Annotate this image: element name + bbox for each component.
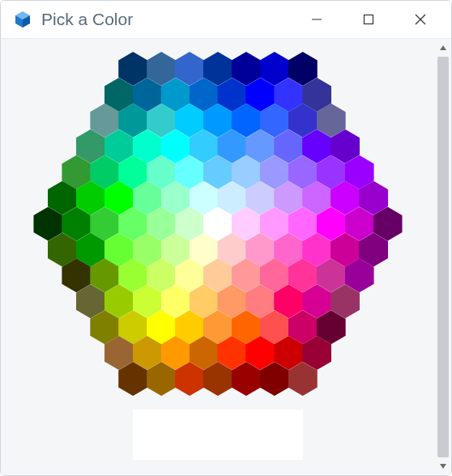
- scroll-up-arrow[interactable]: [435, 40, 451, 55]
- close-button[interactable]: [394, 1, 446, 38]
- scroll-down-arrow[interactable]: [435, 459, 451, 474]
- selected-color-preview: [132, 409, 304, 461]
- titlebar: Pick a Color: [1, 1, 451, 39]
- window-title: Pick a Color: [41, 10, 291, 29]
- scroll-thumb[interactable]: [437, 57, 449, 457]
- window-controls: [291, 1, 446, 38]
- client-area: [1, 39, 451, 475]
- minimize-button[interactable]: [291, 1, 343, 38]
- svg-marker-7: [440, 45, 446, 50]
- color-picker-window: Pick a Color: [0, 0, 452, 476]
- sketchup-icon: [12, 9, 33, 30]
- content-area: [1, 39, 435, 475]
- hex-color-picker[interactable]: [33, 52, 402, 396]
- hex-picker-container: [28, 52, 408, 396]
- maximize-button[interactable]: [343, 1, 394, 38]
- svg-marker-8: [440, 464, 446, 469]
- vertical-scrollbar[interactable]: [435, 39, 451, 475]
- svg-rect-4: [365, 15, 373, 24]
